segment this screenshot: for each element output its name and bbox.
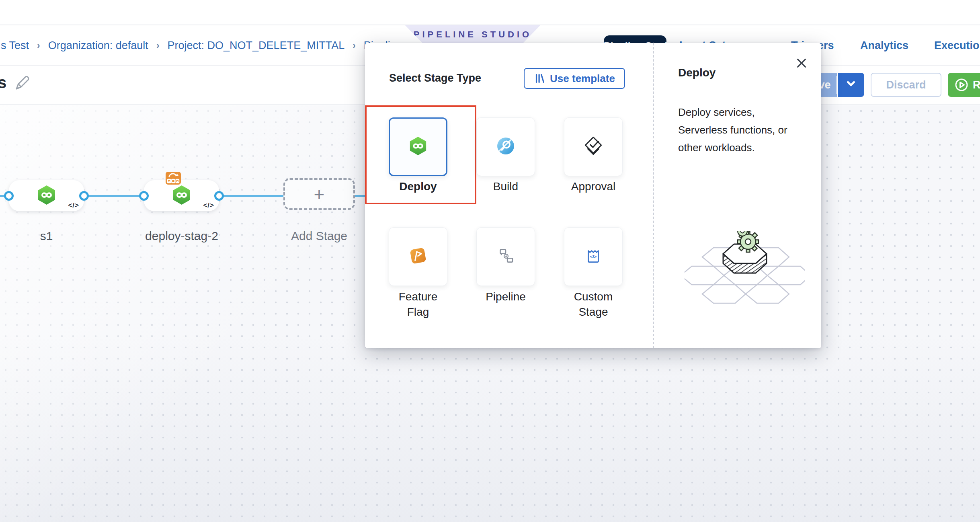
cd-hexagon-icon: [172, 184, 192, 208]
stage-type-card-build[interactable]: [476, 117, 535, 176]
modal-divider: [653, 43, 654, 348]
close-icon[interactable]: [793, 55, 810, 71]
breadcrumb-account[interactable]: s Test: [1, 39, 29, 52]
select-stage-type-modal: Select Stage Type Use template: [365, 43, 821, 348]
pipeline-icon: [495, 245, 516, 268]
play-circle-icon: [954, 78, 969, 92]
add-stage-label: Add Stage: [283, 229, 355, 243]
breadcrumb-project[interactable]: Project: DO_NOT_DELETE_MITTAL: [168, 39, 345, 52]
modal-title: Select Stage Type: [389, 72, 481, 84]
pipeline-studio-banner: PIPELINE STUDIO: [405, 25, 540, 43]
run-button[interactable]: Run: [948, 73, 980, 97]
breadcrumb-organization[interactable]: Organization: default: [48, 39, 148, 52]
stage-node-s1[interactable]: </>: [9, 180, 84, 211]
connector-line: [218, 195, 284, 197]
top-strip: [0, 0, 980, 25]
cd-hexagon-icon: [37, 184, 57, 208]
breadcrumb-separator: ›: [156, 40, 160, 51]
stage-type-card-pipeline[interactable]: [476, 227, 535, 286]
breadcrumb-separator: ›: [353, 40, 356, 51]
yaml-code-icon[interactable]: </>: [203, 201, 214, 210]
stage-port[interactable]: [79, 191, 89, 201]
breadcrumb: s Test › Organization: default › Project…: [1, 26, 402, 65]
deploy-illustration: [685, 231, 805, 305]
template-library-icon: [534, 72, 546, 84]
nav-executions[interactable]: Executions: [934, 39, 980, 52]
stage-node-deploy-stag-2[interactable]: </>: [144, 180, 219, 211]
details-panel-title: Deploy: [678, 66, 716, 79]
stage-type-label: Build: [462, 179, 549, 194]
chevron-down-icon: [844, 77, 858, 93]
stage-type-card-custom[interactable]: </>: [564, 227, 623, 286]
svg-text:</>: </>: [590, 254, 597, 259]
stage-port[interactable]: [4, 191, 14, 201]
stage-type-label: Deploy: [374, 179, 462, 194]
edit-pencil-icon[interactable]: [14, 75, 30, 91]
use-template-label: Use template: [550, 72, 615, 85]
use-template-button[interactable]: Use template: [524, 68, 625, 89]
breadcrumb-separator: ›: [37, 40, 40, 51]
discard-button[interactable]: Discard: [871, 73, 941, 97]
ci-build-icon: [496, 136, 516, 158]
stage-type-card-feature-flag[interactable]: [389, 227, 447, 286]
stage-type-card-approval[interactable]: [564, 117, 623, 176]
details-panel-description: Deploy services, Serverless functions, o…: [678, 103, 795, 156]
pipeline-name: s: [0, 74, 6, 92]
approval-icon: [583, 136, 604, 158]
nav-analytics[interactable]: Analytics: [860, 39, 908, 52]
connector-line: [83, 195, 145, 197]
plus-icon: +: [314, 183, 325, 205]
stage-port[interactable]: [214, 191, 224, 201]
feature-flag-icon: [408, 245, 428, 268]
custom-stage-icon: </>: [583, 245, 604, 268]
stage-label: s1: [9, 229, 84, 243]
stage-port[interactable]: [139, 191, 149, 201]
cd-hexagon-icon: [408, 135, 428, 158]
looping-deploy-badge-icon: [166, 172, 181, 185]
save-dropdown-button[interactable]: [838, 73, 864, 97]
stage-type-label: Approval: [549, 179, 637, 194]
stage-type-label: Pipeline: [462, 289, 549, 304]
run-button-label: Run: [973, 79, 980, 91]
stage-type-label: Feature Flag: [388, 289, 448, 320]
stage-type-label: Custom Stage: [563, 289, 623, 320]
yaml-code-icon[interactable]: </>: [68, 201, 79, 210]
add-stage-button[interactable]: +: [283, 178, 355, 210]
stage-label: deploy-stag-2: [141, 229, 222, 243]
stage-type-card-deploy[interactable]: [389, 117, 447, 176]
